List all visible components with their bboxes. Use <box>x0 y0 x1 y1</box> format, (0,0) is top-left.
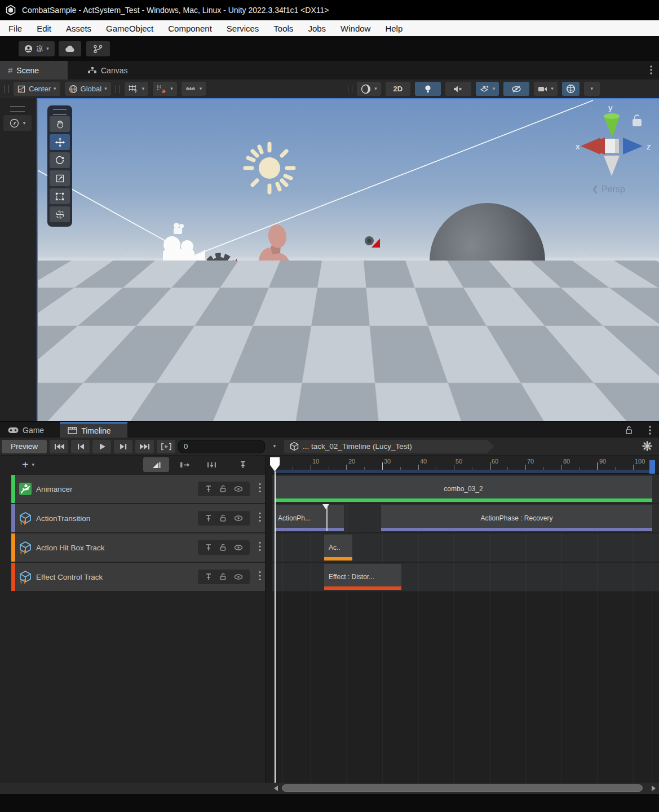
scene-panel-menu-icon[interactable] <box>650 65 652 74</box>
menu-tools[interactable]: Tools <box>266 24 300 33</box>
lane-effect[interactable]: Effect : Distor... <box>272 563 659 591</box>
hand-tool-button[interactable] <box>50 116 70 132</box>
toolbar-drag-handle[interactable] <box>5 85 9 93</box>
draw-mode-button[interactable]: ▾ <box>357 82 381 96</box>
track-menu-icon[interactable] <box>259 512 261 522</box>
menu-gameobject[interactable]: GameObject <box>99 24 161 33</box>
cloud-button[interactable] <box>59 41 81 56</box>
signal-marker-icon[interactable] <box>322 504 329 509</box>
grid-visibility-button[interactable]: Y ▾ <box>125 82 149 96</box>
frame-number-field[interactable] <box>178 440 265 453</box>
lane-hitbox[interactable]: Ac.. <box>272 533 659 562</box>
audio-toggle-button[interactable] <box>445 82 471 96</box>
timeline-empty-area[interactable] <box>272 592 659 783</box>
pin-icon[interactable] <box>205 514 213 522</box>
lane-actiontransition[interactable]: ActionPh... ActionPhase : Recovery <box>272 504 659 532</box>
tab-game[interactable]: Game <box>0 422 52 438</box>
clip-effect[interactable]: Effect : Distor... <box>324 564 401 590</box>
eye-icon[interactable] <box>234 486 243 492</box>
ripple-mode-button[interactable] <box>173 457 196 472</box>
preview-toggle-button[interactable]: Preview <box>2 440 47 453</box>
track-menu-icon[interactable] <box>259 541 261 551</box>
gizmos-toggle-button[interactable] <box>562 82 580 96</box>
scene-view-options-button[interactable]: ▾ <box>3 115 32 131</box>
pin-icon[interactable] <box>205 485 213 493</box>
menu-jobs[interactable]: Jobs <box>300 24 333 33</box>
menu-assets[interactable]: Assets <box>59 24 99 33</box>
grid-snap-button[interactable]: ▾ <box>153 82 177 96</box>
clip-actionphase-1[interactable]: ActionPh... <box>275 505 329 531</box>
pin-icon[interactable] <box>205 573 213 581</box>
track-header-hitbox[interactable]: {} Action Hit Box Track <box>11 533 265 562</box>
tab-timeline[interactable]: Timeline <box>60 422 127 438</box>
clip-actionphase-blend[interactable] <box>328 505 344 531</box>
hidden-objects-toggle[interactable] <box>503 82 529 96</box>
scene-viewport[interactable]: y x z ❮ Persp <box>37 98 659 421</box>
pivot-mode-button[interactable]: Center ▾ <box>14 82 60 96</box>
lock-icon[interactable] <box>219 514 227 522</box>
effects-toggle-button[interactable]: ▾ <box>476 82 499 96</box>
frame-field-caret-button[interactable]: ▾ <box>268 440 281 453</box>
goto-start-button[interactable] <box>50 440 68 453</box>
eye-icon[interactable] <box>234 544 243 551</box>
goto-end-button[interactable] <box>135 440 154 453</box>
version-control-button[interactable] <box>86 41 110 56</box>
eye-icon[interactable] <box>234 515 243 522</box>
orientation-button[interactable]: Global ▾ <box>65 82 111 96</box>
tracklist-separator[interactable] <box>265 456 272 783</box>
increment-snap-button[interactable]: ▾ <box>182 82 206 96</box>
camera-settings-button[interactable]: ▾ <box>534 82 558 96</box>
tab-scene[interactable]: # Scene <box>0 61 68 80</box>
account-button[interactable]: 凉 ▾ <box>19 41 55 56</box>
rect-tool-button[interactable] <box>50 188 70 204</box>
gizmos-caret-button[interactable]: ▾ <box>584 82 600 96</box>
menu-window[interactable]: Window <box>333 24 378 33</box>
track-header-animancer[interactable]: Animancer <box>11 475 265 503</box>
scrollbar-thumb[interactable] <box>282 784 643 792</box>
overlay-drag-handle[interactable] <box>10 106 25 112</box>
track-header-actiontransition[interactable]: {} ActionTransition <box>11 504 265 532</box>
lock-icon[interactable] <box>219 485 227 493</box>
lane-animancer[interactable]: combo_03_2 <box>272 475 659 503</box>
scroll-left-arrow-icon[interactable] <box>274 785 278 791</box>
rotate-tool-button[interactable] <box>50 152 70 168</box>
replace-mode-button[interactable] <box>200 457 223 472</box>
transform-tool-button[interactable] <box>50 206 70 222</box>
move-tool-button[interactable] <box>50 134 70 150</box>
add-track-button[interactable]: + ▾ <box>15 458 42 471</box>
playhead-line[interactable] <box>275 471 276 783</box>
timeline-breadcrumb[interactable]: ... tack_02_Timeline (Lucy_Test) <box>284 440 494 453</box>
menu-component[interactable]: Component <box>161 24 219 33</box>
2d-toggle-button[interactable]: 2D <box>386 82 410 96</box>
mix-mode-button[interactable] <box>143 457 169 472</box>
tab-canvas[interactable]: Canvas <box>80 61 135 80</box>
eye-icon[interactable] <box>234 573 243 580</box>
scroll-right-arrow-icon[interactable] <box>652 785 656 791</box>
scale-tool-button[interactable] <box>50 170 70 186</box>
play-range-button[interactable] <box>157 440 175 453</box>
track-menu-icon[interactable] <box>259 483 261 493</box>
lighting-toggle-button[interactable] <box>415 82 441 96</box>
previous-frame-button[interactable] <box>71 440 90 453</box>
menu-edit[interactable]: Edit <box>29 24 59 33</box>
lock-icon[interactable] <box>219 544 227 551</box>
menu-services[interactable]: Services <box>219 24 267 33</box>
toolbar-right-handle[interactable] <box>348 85 352 93</box>
palette-drag-handle[interactable] <box>53 109 67 115</box>
timeline-ruler[interactable]: 0 10 20 30 40 50 60 70 80 90 100 <box>272 456 659 474</box>
track-header-effect[interactable]: {} Effect Control Track <box>11 563 265 591</box>
marker-track-pin-button[interactable] <box>233 457 253 472</box>
lock-icon[interactable] <box>219 573 227 581</box>
timeline-end-marker[interactable] <box>649 460 655 474</box>
play-button[interactable] <box>92 440 111 453</box>
clip-combo[interactable]: combo_03_2 <box>275 476 652 502</box>
next-frame-button[interactable] <box>114 440 132 453</box>
clip-hitbox[interactable]: Ac.. <box>324 535 352 561</box>
timeline-settings-gear-icon[interactable] <box>642 441 652 451</box>
timeline-lock-icon[interactable] <box>625 426 633 435</box>
pin-icon[interactable] <box>205 544 213 551</box>
timeline-panel-menu-icon[interactable] <box>649 426 651 435</box>
clip-actionphase-recovery[interactable]: ActionPhase : Recovery <box>381 505 652 531</box>
menu-help[interactable]: Help <box>378 24 410 33</box>
menu-file[interactable]: File <box>1 24 29 33</box>
